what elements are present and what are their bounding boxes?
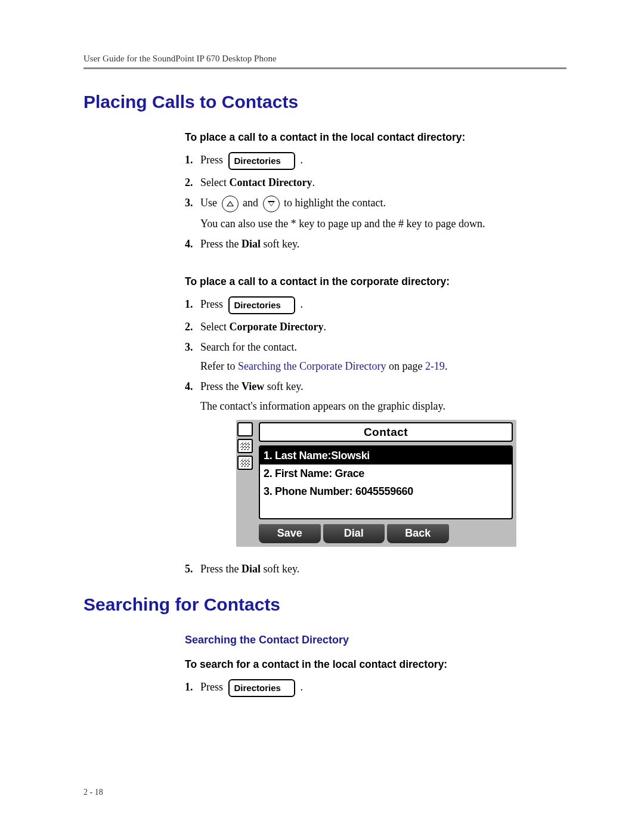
- steps-corporate: 1. Press Directories . 2. Select Corpora…: [185, 296, 561, 577]
- step-text: .: [300, 298, 303, 310]
- step: 1. Press Directories .: [185, 152, 561, 170]
- step-bold: View: [242, 380, 264, 392]
- subhead-corporate-dir: To place a call to a contact in the corp…: [185, 275, 561, 288]
- step-bold: Dial: [242, 563, 261, 575]
- step: 3. Use and to highlight the contact. You…: [185, 195, 561, 231]
- step: 4. Press the View soft key. The contact'…: [185, 379, 561, 556]
- screen-title: Contact: [259, 422, 513, 442]
- step-text: Select: [200, 321, 229, 333]
- directories-button-icon: Directories: [228, 679, 295, 697]
- step-text: .: [324, 321, 327, 333]
- step-number: 4.: [185, 379, 200, 394]
- step-bold: Dial: [242, 238, 261, 250]
- phone-screen-illustration: Contact 1. Last Name:Slowski 2. First Na…: [236, 420, 516, 547]
- document-header: User Guide for the SoundPoint IP 670 Des…: [83, 54, 566, 67]
- step-subtext: The contact's information appears on the…: [200, 398, 561, 414]
- subhead-searching-contact-dir: Searching the Contact Directory: [185, 634, 561, 646]
- step-number: 1.: [185, 296, 200, 312]
- steps-search-local: 1. Press Directories .: [185, 679, 561, 697]
- step-number: 2.: [185, 175, 200, 190]
- softkey-dial: Dial: [323, 524, 385, 543]
- step-number: 1.: [185, 152, 200, 168]
- contact-list: 1. Last Name:Slowski 2. First Name: Grac…: [259, 445, 513, 519]
- step-text: Press the: [200, 563, 242, 575]
- softkey-row: Save Dial Back .: [259, 524, 513, 543]
- step: 1. Press Directories .: [185, 296, 561, 314]
- step-text: Use: [200, 197, 220, 209]
- step: 3. Search for the contact. Refer to Sear…: [185, 339, 561, 374]
- step-text: Press: [200, 298, 223, 310]
- step-subtext: on page: [386, 360, 425, 372]
- phone-side-icons: [236, 420, 256, 547]
- directories-button-icon: Directories: [228, 296, 295, 314]
- step: 5. Press the Dial soft key.: [185, 561, 561, 577]
- subhead-local-dir: To place a call to a contact in the loca…: [185, 131, 561, 144]
- step-number: 1.: [185, 679, 200, 695]
- step-text: soft key.: [264, 380, 303, 392]
- step-bold: Contact Directory: [229, 176, 312, 188]
- step-text: .: [300, 154, 303, 166]
- contact-row: 3. Phone Number: 6045559660: [260, 482, 512, 500]
- steps-local: 1. Press Directories . 2. Select Contact…: [185, 152, 561, 252]
- step-text: to highlight the contact.: [284, 197, 386, 209]
- step-text: soft key.: [261, 238, 299, 250]
- arrow-up-icon: [222, 196, 239, 212]
- step-text: and: [243, 197, 261, 209]
- softkey-save: Save: [259, 524, 321, 543]
- subhead-search-local: To search for a contact in the local con…: [185, 658, 561, 671]
- header-rule: [83, 67, 566, 69]
- step-text: Select: [200, 176, 229, 188]
- step-text: Press: [200, 154, 223, 166]
- page-number: 2 - 18: [83, 788, 103, 797]
- step-subtext: You can also use the * key to page up an…: [200, 216, 561, 231]
- step-text: soft key.: [261, 563, 299, 575]
- contact-row: 2. First Name: Grace: [260, 465, 512, 482]
- step-number: 5.: [185, 561, 200, 577]
- step-number: 3.: [185, 339, 200, 355]
- step-subtext: .: [445, 360, 448, 372]
- step-number: 3.: [185, 195, 200, 210]
- softkey-back: Back: [387, 524, 449, 543]
- contact-row-selected: 1. Last Name:Slowski: [260, 447, 512, 465]
- page-ref[interactable]: 2-19: [425, 360, 445, 372]
- step-text: Search for the contact.: [200, 341, 297, 353]
- step: 2. Select Corporate Directory.: [185, 319, 561, 335]
- step: 2. Select Contact Directory.: [185, 175, 561, 190]
- softkey-empty: .: [451, 524, 513, 543]
- step: 1. Press Directories .: [185, 679, 561, 697]
- directories-button-icon: Directories: [228, 152, 295, 170]
- step-text: Press the: [200, 380, 242, 392]
- phone-line-icon: [237, 422, 253, 436]
- phone-keypad-icon: [237, 456, 253, 470]
- cross-ref-link[interactable]: Searching the Corporate Directory: [238, 360, 386, 372]
- step-text: Press the: [200, 238, 242, 250]
- section-placing-calls: Placing Calls to Contacts: [83, 92, 566, 112]
- phone-keypad-icon: [237, 439, 253, 453]
- step-text: Press: [200, 681, 223, 693]
- step-number: 4.: [185, 236, 200, 252]
- step-bold: Corporate Directory: [229, 321, 323, 333]
- step-subtext: Refer to: [200, 360, 238, 372]
- step-text: .: [312, 176, 315, 188]
- arrow-down-icon: [263, 196, 280, 212]
- section-searching-contacts: Searching for Contacts: [83, 594, 566, 615]
- step: 4. Press the Dial soft key.: [185, 236, 561, 252]
- step-number: 2.: [185, 319, 200, 335]
- step-text: .: [300, 681, 303, 693]
